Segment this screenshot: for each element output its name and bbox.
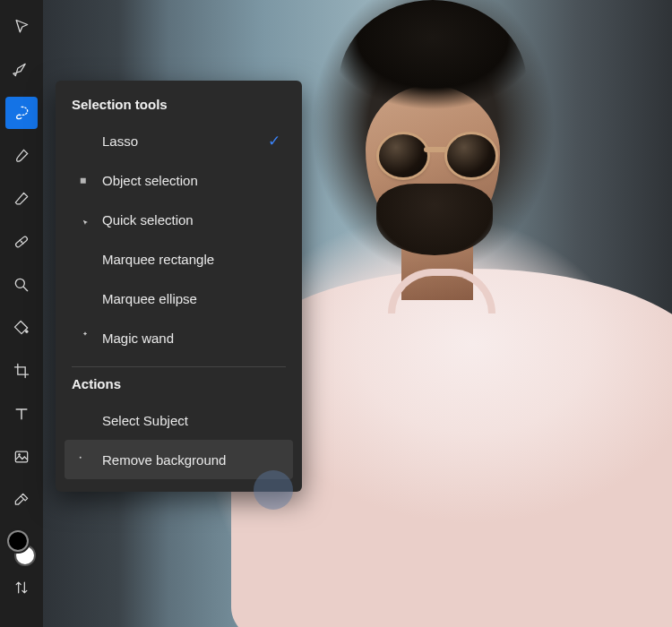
svg-point-13 [81,416,85,420]
crop-tool[interactable] [5,355,38,387]
menu-item-remove-background[interactable]: Remove background [65,440,293,479]
svg-rect-9 [81,178,86,184]
lasso-tool[interactable] [5,97,38,129]
popover-section-title: Actions [65,376,293,400]
swap-colors-tool[interactable] [5,571,38,604]
eraser-tool[interactable] [5,183,38,215]
eyedropper-tool[interactable] [5,484,38,516]
svg-rect-14 [77,454,89,464]
menu-item-label: Object selection [102,173,198,188]
svg-rect-11 [77,254,88,264]
bucket-icon [13,319,30,337]
svg-point-1 [21,241,22,242]
pen-icon [13,61,30,79]
menu-item-label: Magic wand [102,331,174,346]
magnifier-icon [13,276,30,294]
marquee-ellipse-icon [73,289,91,307]
selection-tools-popover: Selection tools Lasso ✓ Object selection… [56,81,302,492]
color-swatches[interactable] [7,530,36,566]
menu-item-label: Marquee ellipse [102,291,197,306]
lasso-icon [13,104,30,122]
popover-section-title: Selection tools [65,97,293,121]
eraser-icon [13,190,30,208]
type-tool[interactable] [5,398,38,430]
menu-item-select-subject[interactable]: Select Subject [65,400,293,440]
brush-tool[interactable] [5,140,38,172]
menu-item-marquee-rectangle[interactable]: Marquee rectangle [65,239,293,279]
marquee-rectangle-icon [73,250,91,268]
menu-item-quick-selection[interactable]: Quick selection [65,200,293,239]
eyedropper-icon [13,491,30,509]
type-icon [13,405,30,423]
menu-item-marquee-ellipse[interactable]: Marquee ellipse [65,279,293,318]
svg-point-12 [77,294,88,303]
zoom-tool[interactable] [5,269,38,301]
object-selection-icon [73,171,91,189]
move-tool[interactable] [5,11,38,43]
image-icon [13,448,30,466]
quick-selection-icon [73,210,91,228]
svg-point-7 [19,454,21,456]
image-tool[interactable] [5,441,38,473]
magic-wand-icon [73,329,91,347]
svg-point-4 [15,279,24,288]
swap-icon [13,579,30,597]
pen-tool[interactable] [5,54,38,86]
brush-icon [13,147,30,165]
check-icon: ✓ [268,132,280,150]
menu-item-label: Marquee rectangle [102,252,214,267]
menu-item-lasso[interactable]: Lasso ✓ [65,121,293,160]
canvas-image [258,0,672,627]
menu-item-label: Select Subject [102,413,188,428]
menu-item-object-selection[interactable]: Object selection [65,160,293,200]
select-subject-icon [73,411,91,429]
bandage-icon [13,233,30,251]
menu-item-magic-wand[interactable]: Magic wand [65,318,293,357]
svg-point-2 [20,240,21,241]
lasso-icon [73,132,91,150]
crop-icon [13,362,30,380]
cursor-icon [13,18,30,36]
menu-item-label: Remove background [102,452,226,468]
foreground-color-swatch[interactable] [7,530,29,552]
spot-heal-tool[interactable] [5,226,38,258]
toolbar [0,0,43,627]
remove-background-icon [73,451,91,468]
menu-item-label: Quick selection [102,212,194,228]
divider [72,366,286,367]
svg-point-15 [80,457,82,459]
svg-rect-6 [15,451,27,462]
svg-point-3 [22,243,23,244]
paint-bucket-tool[interactable] [5,312,38,344]
svg-point-5 [26,331,29,333]
menu-item-label: Lasso [102,133,138,149]
